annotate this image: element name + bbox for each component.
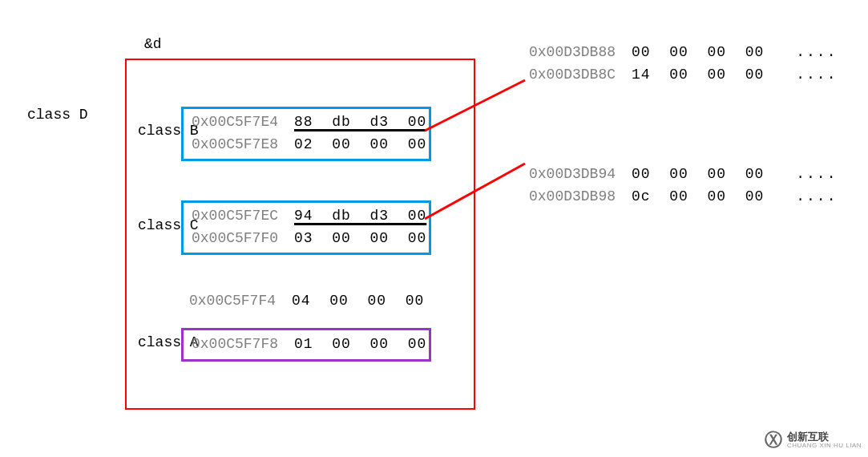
bytes-b1: 88 db d3 00 <box>294 114 426 130</box>
ext1-row1: 0x00D3DB88 00 00 00 00 .... <box>529 44 837 60</box>
ext2-dots1: .... <box>796 166 837 182</box>
ext2-addr2: 0x00D3DB98 <box>529 188 616 204</box>
watermark: Ⓧ 创新互联 CHUANG XIN HU LIAN <box>765 428 862 452</box>
addr-below: 0x00C5F7F4 <box>189 293 276 309</box>
pointer-label: &d <box>144 36 162 52</box>
ext1-row2: 0x00D3DB8C 14 00 00 00 .... <box>529 67 837 83</box>
addr-b1: 0x00C5F7E4 <box>192 114 278 130</box>
watermark-icon: Ⓧ <box>765 428 782 452</box>
ext2-row1: 0x00D3DB94 00 00 00 00 .... <box>529 166 837 182</box>
addr-c1: 0x00C5F7EC <box>192 208 278 224</box>
ext1-addr2: 0x00D3DB8C <box>529 67 616 83</box>
class-b-box: 0x00C5F7E4 88 db d3 00 0x00C5F7E8 02 00 … <box>181 107 431 161</box>
ext2-row2: 0x00D3DB98 0c 00 00 00 .... <box>529 188 837 204</box>
class-d-box: class B 0x00C5F7E4 88 db d3 00 0x00C5F7E… <box>125 59 475 410</box>
ext2-dots2: .... <box>796 188 837 204</box>
ext1-bytes1: 00 00 00 00 <box>632 44 764 60</box>
bytes-a1: 01 00 00 00 <box>294 336 426 352</box>
bytes-b2: 02 00 00 00 <box>294 136 426 152</box>
ext2-bytes2: 0c 00 00 00 <box>632 188 764 204</box>
class-c-box: 0x00C5F7EC 94 db d3 00 0x00C5F7F0 03 00 … <box>181 200 431 255</box>
watermark-brand: 创新互联 <box>787 431 862 443</box>
ext2-addr1: 0x00D3DB94 <box>529 166 616 182</box>
ext1-addr1: 0x00D3DB88 <box>529 44 616 60</box>
addr-b2: 0x00C5F7E8 <box>192 136 278 152</box>
ext1-bytes2: 14 00 00 00 <box>632 67 764 83</box>
bytes-c1: 94 db d3 00 <box>294 208 426 224</box>
bytes-c2: 03 00 00 00 <box>294 230 426 246</box>
addr-a1: 0x00C5F7F8 <box>192 336 278 352</box>
addr-c2: 0x00C5F7F0 <box>192 230 278 246</box>
ext1-dots1: .... <box>796 44 837 60</box>
class-a-box: 0x00C5F7F8 01 00 00 00 <box>181 328 431 362</box>
class-d-label: class D <box>27 107 88 123</box>
bytes-below: 04 00 00 00 <box>292 293 424 309</box>
ext1-dots2: .... <box>796 67 837 83</box>
watermark-sub: CHUANG XIN HU LIAN <box>787 443 862 449</box>
ext2-bytes1: 00 00 00 00 <box>632 166 764 182</box>
